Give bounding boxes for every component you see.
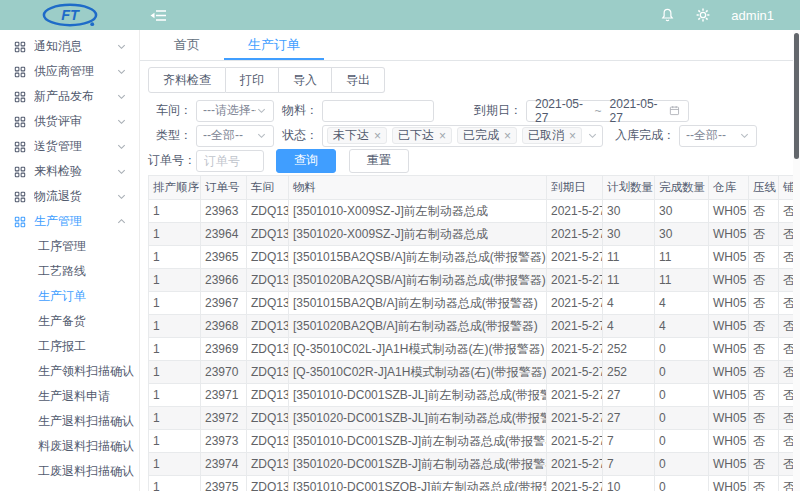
- tab[interactable]: 生产订单: [224, 30, 324, 60]
- column-header: 订单号: [201, 176, 247, 200]
- table-cell: 否: [749, 384, 779, 407]
- current-user[interactable]: admin1: [731, 8, 774, 23]
- table-cell: ZDQ13: [247, 476, 289, 491]
- table-cell: 1: [149, 292, 201, 315]
- table-cell: 23973: [201, 430, 247, 453]
- table-row[interactable]: 123975ZDQ13[3501010-DC001SZQB-J]前左制动器总成(…: [149, 476, 800, 491]
- sidebar-subitem[interactable]: 料废退料扫描确认: [0, 434, 139, 459]
- table-row[interactable]: 123963ZDQ13[3501010-X009SZ-J]前左制动器总成2021…: [149, 200, 800, 223]
- sidebar-subitem[interactable]: 生产领料扫描确认: [0, 359, 139, 384]
- column-header: 物料: [289, 176, 547, 200]
- toolbar-button[interactable]: 打印: [226, 67, 279, 93]
- status-tag[interactable]: 未下达×: [327, 127, 387, 144]
- chevron-down-icon: [116, 91, 127, 102]
- sidebar-item[interactable]: 来料检验: [0, 159, 139, 184]
- chevron-down-icon: [739, 130, 750, 141]
- sidebar-subitem[interactable]: 生产订单: [0, 284, 139, 309]
- workshop-label: 车间：: [148, 102, 192, 119]
- table-cell: 23965: [201, 246, 247, 269]
- table-row[interactable]: 123974ZDQ13[3501020-DC001SZB-J]前右制动器总成(带…: [149, 453, 800, 476]
- query-button[interactable]: 查询: [276, 149, 336, 173]
- sidebar-subitem[interactable]: 生产备货: [0, 309, 139, 334]
- table-cell: 23964: [201, 223, 247, 246]
- settings-gear-button[interactable]: [695, 7, 711, 23]
- vertical-scrollbar[interactable]: [793, 30, 800, 491]
- toolbar-button[interactable]: 导入: [279, 67, 332, 93]
- table-row[interactable]: 123966ZDQ13[3501020BA2QSB/A]前右制动器总成(带报警器…: [149, 269, 800, 292]
- chevron-down-icon: [256, 130, 267, 141]
- table-row[interactable]: 123969ZDQ13[Q-35010C02L-J]A1H模式制动器(左)(带报…: [149, 338, 800, 361]
- date-range-separator: ~: [595, 104, 602, 118]
- table-cell: 0: [655, 430, 709, 453]
- toolbar-button[interactable]: 齐料检查: [148, 67, 226, 93]
- table-row[interactable]: 123970ZDQ13[Q-35010C02R-J]A1H模式制动器(右)(带报…: [149, 361, 800, 384]
- chevron-down-icon: [116, 66, 127, 77]
- table-cell: 2021-5-27: [547, 338, 603, 361]
- table-cell: 否: [749, 315, 779, 338]
- tag-close-icon[interactable]: ×: [504, 129, 511, 143]
- scrollbar-thumb[interactable]: [794, 33, 799, 159]
- status-tag[interactable]: 已取消×: [522, 127, 582, 144]
- due-date-range-picker[interactable]: 2021-05-27 ~ 2021-05-27: [526, 100, 689, 122]
- sidebar-item[interactable]: 生产管理: [0, 209, 139, 234]
- sidebar-collapse-button[interactable]: [150, 8, 168, 23]
- table-row[interactable]: 123967ZDQ13[3501015BA2QB/A]前左制动器总成(带报警器)…: [149, 292, 800, 315]
- sidebar-subitem[interactable]: 生产退料申请: [0, 384, 139, 409]
- status-tag-label: 未下达: [333, 127, 369, 144]
- sidebar-item-label: 物流退货: [34, 188, 116, 205]
- table-cell: 否: [749, 223, 779, 246]
- sidebar-subitem[interactable]: 生产退料扫描确认: [0, 409, 139, 434]
- table-row[interactable]: 123971ZDQ13[3501010-DC001SZB-JL]前左制动器总成(…: [149, 384, 800, 407]
- table-cell: 11: [655, 269, 709, 292]
- order-no-input[interactable]: [196, 150, 264, 172]
- sidebar-subitem[interactable]: 工序报工: [0, 334, 139, 359]
- table-cell: 10: [603, 476, 655, 491]
- tag-close-icon[interactable]: ×: [439, 129, 446, 143]
- sidebar-subitem[interactable]: 工序管理: [0, 234, 139, 259]
- table-cell: ZDQ13: [247, 246, 289, 269]
- type-select[interactable]: --全部--: [196, 125, 274, 147]
- table-cell: WH05: [709, 361, 749, 384]
- table-row[interactable]: 123968ZDQ13[3501020BA2QB/A]前右制动器总成(带报警器)…: [149, 315, 800, 338]
- table-cell: ZDQ13: [247, 384, 289, 407]
- sidebar-item[interactable]: 供应商管理: [0, 59, 139, 84]
- toolbar-button[interactable]: 导出: [332, 67, 385, 93]
- table-row[interactable]: 123972ZDQ13[3501020-DC001SZB-JL]前右制动器总成(…: [149, 407, 800, 430]
- material-input[interactable]: [322, 100, 434, 122]
- reset-button[interactable]: 重置: [349, 149, 409, 173]
- chevron-down-icon: [116, 166, 127, 177]
- sidebar-item-label: 供应商管理: [34, 63, 116, 80]
- table-cell: 2021-5-27: [547, 292, 603, 315]
- table-cell: 1: [149, 269, 201, 292]
- sidebar-item[interactable]: 物流退货: [0, 184, 139, 209]
- sidebar-item[interactable]: 送货管理: [0, 134, 139, 159]
- filter-form: 车间： ---请选择--- 物料： 到期日： 2021-05-27 ~ 2021…: [148, 99, 800, 172]
- table-cell: 1: [149, 384, 201, 407]
- table-cell: 23972: [201, 407, 247, 430]
- sidebar-item[interactable]: 新产品发布: [0, 84, 139, 109]
- sidebar-subitem[interactable]: 工废退料扫描确认: [0, 459, 139, 484]
- tab[interactable]: 首页: [150, 30, 224, 60]
- table-cell: [3501010-DC001SZQB-J]前左制动器总成(带报警器): [289, 476, 547, 491]
- status-tag[interactable]: 已下达×: [392, 127, 452, 144]
- table-cell: 11: [603, 269, 655, 292]
- notification-bell-button[interactable]: [660, 7, 675, 23]
- column-header: 排产顺序: [149, 176, 201, 200]
- inbound-complete-select[interactable]: --全部--: [679, 125, 757, 147]
- table-row[interactable]: 123973ZDQ13[3501010-DC001SZB-J]前左制动器总成(带…: [149, 430, 800, 453]
- table-cell: ZDQ13: [247, 200, 289, 223]
- sidebar-item[interactable]: 通知消息: [0, 34, 139, 59]
- table-row[interactable]: 123964ZDQ13[3501020-X009SZ-J]前右制动器总成2021…: [149, 223, 800, 246]
- tag-close-icon[interactable]: ×: [569, 129, 576, 143]
- sidebar-subitem[interactable]: 工艺路线: [0, 259, 139, 284]
- table-cell: 23975: [201, 476, 247, 491]
- tag-close-icon[interactable]: ×: [374, 129, 381, 143]
- status-multiselect[interactable]: 未下达×已下达×已完成×已取消×: [322, 125, 603, 147]
- status-tag[interactable]: 已完成×: [457, 127, 517, 144]
- grid-icon: [14, 116, 26, 128]
- table-cell: 23966: [201, 269, 247, 292]
- table-row[interactable]: 123965ZDQ13[3501015BA2QSB/A]前左制动器总成(带报警器…: [149, 246, 800, 269]
- table-header-row: 排产顺序订单号车间物料到期日计划数量完成数量仓库压线铺线: [149, 176, 800, 200]
- sidebar-item[interactable]: 供货评审: [0, 109, 139, 134]
- workshop-select[interactable]: ---请选择---: [196, 100, 274, 122]
